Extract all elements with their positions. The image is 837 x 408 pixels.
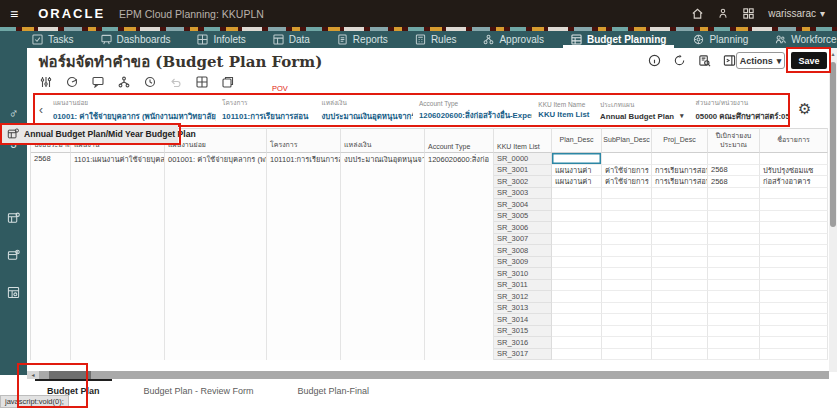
grid-cell[interactable] bbox=[267, 326, 341, 338]
nav-reports[interactable]: Reports bbox=[337, 31, 388, 48]
grid-cell[interactable] bbox=[71, 245, 165, 257]
grid-cell[interactable] bbox=[425, 337, 494, 349]
grid-cell[interactable] bbox=[341, 303, 425, 315]
grid-cell[interactable] bbox=[652, 222, 708, 234]
grid-cell[interactable] bbox=[425, 268, 494, 280]
nav-data[interactable]: Data bbox=[273, 31, 310, 48]
grid-row-header[interactable]: SR_3005 bbox=[494, 211, 552, 223]
grid-cell[interactable] bbox=[760, 337, 828, 349]
grid-cell[interactable]: 2568 bbox=[31, 153, 71, 165]
grid-cell[interactable] bbox=[760, 222, 828, 234]
grid-cell[interactable] bbox=[708, 303, 760, 315]
grid-cell[interactable] bbox=[267, 234, 341, 246]
grid-cell[interactable] bbox=[552, 153, 602, 165]
grid-cell[interactable] bbox=[165, 199, 267, 211]
grid-cell[interactable] bbox=[165, 326, 267, 338]
grid-cell[interactable] bbox=[652, 291, 708, 303]
grid-cell[interactable] bbox=[602, 153, 652, 165]
grid-cell[interactable] bbox=[71, 234, 165, 246]
grid-row-header[interactable]: SR_3006 bbox=[494, 222, 552, 234]
grid-cell[interactable] bbox=[602, 199, 652, 211]
grid-cell[interactable] bbox=[341, 165, 425, 177]
grid-cell[interactable] bbox=[341, 257, 425, 269]
grid-cell[interactable] bbox=[267, 199, 341, 211]
form-clock-icon[interactable] bbox=[0, 249, 27, 262]
grid-cell[interactable] bbox=[760, 211, 828, 223]
col-header-project[interactable]: โครงการ bbox=[267, 128, 341, 153]
grid-cell[interactable] bbox=[552, 291, 602, 303]
grid-row-header[interactable]: SR_3001 bbox=[494, 165, 552, 177]
grid-cell[interactable] bbox=[341, 349, 425, 361]
grid-cell[interactable] bbox=[602, 188, 652, 200]
grid-cell[interactable] bbox=[31, 245, 71, 257]
adjust-icon[interactable] bbox=[40, 76, 52, 88]
nav-budget-planning[interactable]: Budget Planning bbox=[571, 31, 666, 48]
grid-cell[interactable] bbox=[31, 337, 71, 349]
grid-cell[interactable] bbox=[71, 211, 165, 223]
grid-cell[interactable] bbox=[760, 303, 828, 315]
grid-cell[interactable] bbox=[165, 188, 267, 200]
grid-cell[interactable] bbox=[267, 165, 341, 177]
save-button[interactable]: Save bbox=[791, 52, 827, 69]
grid-cell[interactable] bbox=[31, 222, 71, 234]
comment-icon[interactable] bbox=[92, 76, 104, 88]
grid-cell[interactable] bbox=[267, 222, 341, 234]
grid-cell[interactable] bbox=[341, 211, 425, 223]
grid-cell[interactable] bbox=[165, 268, 267, 280]
grid-cell[interactable] bbox=[71, 337, 165, 349]
grid-cell[interactable] bbox=[165, 303, 267, 315]
business-rules-icon[interactable] bbox=[698, 54, 711, 67]
grid-cell[interactable] bbox=[552, 245, 602, 257]
grid-cell[interactable] bbox=[760, 326, 828, 338]
grid-cell[interactable] bbox=[602, 222, 652, 234]
grid-cell[interactable] bbox=[552, 268, 602, 280]
grid-cell[interactable] bbox=[760, 245, 828, 257]
col-header-proj-desc[interactable]: Proj_Desc bbox=[652, 128, 708, 153]
grid-cell[interactable] bbox=[165, 222, 267, 234]
grid-cell[interactable] bbox=[708, 337, 760, 349]
grid-row-header[interactable]: SR_3008 bbox=[494, 245, 552, 257]
grid-cell[interactable] bbox=[31, 257, 71, 269]
toggle-panel-icon[interactable] bbox=[723, 54, 736, 67]
grid-cell[interactable] bbox=[552, 280, 602, 292]
grid-cell[interactable] bbox=[267, 303, 341, 315]
grid-cell[interactable] bbox=[31, 234, 71, 246]
grid-cell[interactable] bbox=[165, 211, 267, 223]
grid-cell[interactable] bbox=[341, 222, 425, 234]
navigator-grid-icon[interactable] bbox=[742, 7, 755, 20]
grid-cell[interactable] bbox=[267, 314, 341, 326]
col-header-disbursement-year[interactable]: ปีเบิกจ่ายงบประมาณ bbox=[708, 128, 760, 153]
grid-cell[interactable] bbox=[552, 188, 602, 200]
grid-cell[interactable] bbox=[652, 257, 708, 269]
grid-cell[interactable] bbox=[602, 326, 652, 338]
grid-cell[interactable] bbox=[760, 199, 828, 211]
col-header-item-name[interactable]: ชื่อรายการ bbox=[760, 128, 828, 153]
grid-cell[interactable] bbox=[267, 176, 341, 188]
grid-cell[interactable] bbox=[652, 188, 708, 200]
grid-cell[interactable] bbox=[602, 337, 652, 349]
grid-cell[interactable] bbox=[425, 291, 494, 303]
grid-cell[interactable] bbox=[71, 257, 165, 269]
grid-row-header[interactable]: SR_3007 bbox=[494, 234, 552, 246]
nav-infolets[interactable]: Infolets bbox=[197, 31, 245, 48]
grid-cell[interactable] bbox=[341, 188, 425, 200]
grid-cell[interactable] bbox=[341, 268, 425, 280]
horizontal-scroll-track[interactable] bbox=[39, 371, 829, 379]
grid-cell[interactable] bbox=[602, 303, 652, 315]
grid-cell[interactable] bbox=[31, 303, 71, 315]
grid-cell[interactable] bbox=[267, 211, 341, 223]
grid-cell[interactable] bbox=[71, 165, 165, 177]
grid-row-header[interactable]: SR_3004 bbox=[494, 199, 552, 211]
scroll-up-icon[interactable]: ▴ bbox=[829, 50, 837, 57]
grid-cell[interactable] bbox=[267, 188, 341, 200]
nav-workforce[interactable]: Workforce bbox=[775, 31, 836, 48]
grid-cell[interactable] bbox=[71, 199, 165, 211]
grid-cell[interactable] bbox=[341, 176, 425, 188]
grid-cell[interactable]: 001001: ค่าใช้จ่ายบุคลากร (พนักงานมห bbox=[165, 153, 267, 165]
grid-cell[interactable] bbox=[31, 268, 71, 280]
grid-cell[interactable] bbox=[341, 280, 425, 292]
grid-cell[interactable] bbox=[602, 314, 652, 326]
grid-cell[interactable] bbox=[71, 303, 165, 315]
grid-cell[interactable]: ค่าใช้จ่ายการ bbox=[602, 176, 652, 188]
grid-cell[interactable] bbox=[708, 268, 760, 280]
